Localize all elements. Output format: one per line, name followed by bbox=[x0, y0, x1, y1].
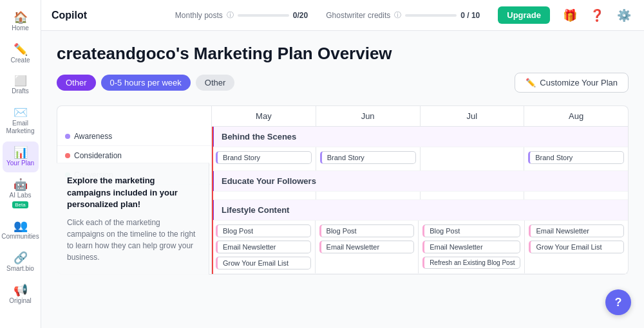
sidebar-item-communities[interactable]: 👥 Communities bbox=[3, 215, 39, 246]
page-content: createandgoco's Marketing Plan Overview … bbox=[41, 31, 644, 328]
sidebar-item-your-plan[interactable]: 📊 Your Plan bbox=[3, 141, 39, 172]
month-may: May bbox=[212, 106, 316, 127]
tag-other-1[interactable]: Other bbox=[57, 75, 96, 91]
sidebar-item-label: Create bbox=[10, 57, 30, 64]
brand-story-may[interactable]: Brand Story bbox=[216, 151, 312, 164]
cell-jul-brand bbox=[421, 147, 525, 170]
sidebar-item-label: Drafts bbox=[12, 87, 29, 95]
explore-title: Explore the marketing campaigns included… bbox=[67, 175, 198, 210]
ghostwriter-label: Ghostwriter credits bbox=[326, 11, 390, 20]
section-behind-header: Behind the Scenes bbox=[212, 127, 628, 147]
legend-header bbox=[57, 106, 212, 127]
cell-jun-brand: Brand Story bbox=[316, 147, 421, 170]
email-newsletter-aug[interactable]: Email Newsletter bbox=[529, 224, 624, 237]
awareness-label: Awareness bbox=[74, 132, 112, 141]
ghostwriter-value: 0 / 10 bbox=[460, 11, 480, 20]
timeline-rows: Behind the Scenes Brand Story Brand Stor… bbox=[212, 127, 628, 274]
cell-may-lifestyle: Blog Post Email Newsletter Grow Your Ema… bbox=[212, 221, 316, 273]
email-newsletter-jun[interactable]: Email Newsletter bbox=[319, 241, 415, 253]
brand-story-jun[interactable]: Brand Story bbox=[320, 151, 416, 164]
blog-post-jun[interactable]: Blog Post bbox=[319, 224, 415, 237]
original-icon: 📢 bbox=[14, 284, 28, 296]
sidebar-item-ai-labs[interactable]: 🤖 AI Labs Beta bbox=[3, 174, 39, 214]
brand-story-aug[interactable]: Brand Story bbox=[528, 151, 624, 164]
refresh-blog-jul[interactable]: Refresh an Existing Blog Post bbox=[422, 257, 520, 269]
tag-other-2[interactable]: Other bbox=[196, 75, 235, 91]
blog-post-may[interactable]: Blog Post bbox=[216, 224, 311, 237]
page-title: createandgoco's Marketing Plan Overview bbox=[57, 44, 629, 64]
sidebar-item-home[interactable]: 🏠 Home bbox=[3, 6, 39, 37]
cell-aug-lifestyle: Email Newsletter Grow Your Email List bbox=[525, 221, 628, 273]
settings-icon-button[interactable]: ⚙️ bbox=[614, 6, 634, 25]
info-icon-ghost[interactable]: ⓘ bbox=[394, 10, 401, 20]
help-icon-button[interactable]: ❓ bbox=[587, 6, 607, 25]
section-educate-header: Educate Your Followers bbox=[212, 171, 628, 192]
sidebar-item-create[interactable]: ✏️ Create bbox=[3, 39, 39, 69]
pencil-icon: ✏️ bbox=[526, 78, 536, 87]
tag-hours[interactable]: 0-5 hours per week bbox=[101, 75, 191, 91]
posts-bar bbox=[238, 14, 289, 17]
grow-email-aug[interactable]: Grow Your Email List bbox=[529, 241, 624, 253]
email-newsletter-jul[interactable]: Email Newsletter bbox=[422, 241, 520, 253]
help-icon: ? bbox=[615, 296, 622, 309]
ai-icon: 🤖 bbox=[14, 179, 28, 190]
link-icon: 🔗 bbox=[14, 252, 28, 264]
cell-jun-lifestyle: Blog Post Email Newsletter bbox=[316, 221, 419, 273]
section-behind-title: Behind the Scenes bbox=[212, 127, 628, 147]
sidebar-item-drafts[interactable]: ⬜ Drafts bbox=[3, 71, 39, 100]
educate-row bbox=[212, 192, 628, 200]
info-icon-posts[interactable]: ⓘ bbox=[227, 10, 234, 20]
monthly-posts-label: Monthly posts bbox=[175, 11, 223, 20]
sidebar-item-email-marketing[interactable]: ✉️ Email Marketing bbox=[3, 102, 39, 140]
sidebar-item-label: Communities bbox=[1, 233, 39, 241]
sidebar-item-smart-bio[interactable]: 🔗 Smart.bio bbox=[3, 247, 39, 278]
explore-desc: Click each of the marketing campaigns on… bbox=[67, 217, 198, 263]
sidebar-item-label: AI Labs bbox=[10, 192, 32, 199]
month-jun: Jun bbox=[316, 106, 421, 127]
sidebar-item-label: Your Plan bbox=[6, 159, 34, 167]
brand-name: Copilot bbox=[52, 10, 87, 21]
email-icon: ✉️ bbox=[14, 107, 28, 118]
sidebar: 🏠 Home ✏️ Create ⬜ Drafts ✉️ Email Marke… bbox=[0, 0, 41, 328]
sidebar-item-label: Home bbox=[12, 24, 29, 32]
grow-email-may[interactable]: Grow Your Email List bbox=[216, 257, 311, 269]
consideration-label: Consideration bbox=[74, 151, 122, 160]
section-lifestyle-header: Lifestyle Content bbox=[212, 200, 628, 221]
customize-label: Customize Your Plan bbox=[540, 78, 618, 87]
sidebar-item-label: Smart.bio bbox=[6, 265, 34, 273]
topnav: Copilot Monthly posts ⓘ 0/20 Ghostwriter… bbox=[41, 0, 644, 31]
plan-icon: 📊 bbox=[14, 147, 28, 158]
monthly-posts-value: 0/20 bbox=[293, 11, 308, 20]
beta-badge: Beta bbox=[12, 201, 28, 208]
section-lifestyle-title: Lifestyle Content bbox=[212, 200, 628, 220]
email-newsletter-may[interactable]: Email Newsletter bbox=[216, 241, 311, 253]
sidebar-item-original[interactable]: 📢 Original bbox=[3, 279, 39, 310]
ghost-bar bbox=[405, 14, 457, 17]
cell-aug-brand: Brand Story bbox=[524, 147, 628, 170]
filter-bar: Other 0-5 hours per week Other ✏️ Custom… bbox=[57, 73, 629, 93]
consideration-dot bbox=[65, 153, 70, 158]
section-educate-title: Educate Your Followers bbox=[212, 171, 628, 191]
monthly-posts-stat: Monthly posts ⓘ 0/20 bbox=[175, 10, 308, 20]
gift-icon-button[interactable]: 🎁 bbox=[560, 6, 580, 25]
cell-may-brand: Brand Story bbox=[212, 147, 316, 170]
awareness-dot bbox=[65, 134, 70, 139]
communities-icon: 👥 bbox=[14, 220, 28, 232]
months-header: May Jun Jul Aug bbox=[212, 106, 628, 127]
cell-jul-lifestyle: Blog Post Email Newsletter Refresh an Ex… bbox=[419, 221, 525, 273]
blog-post-jul[interactable]: Blog Post bbox=[422, 224, 520, 237]
brand-story-row: Brand Story Brand Story Brand Story bbox=[212, 147, 628, 171]
lifestyle-row: Blog Post Email Newsletter Grow Your Ema… bbox=[212, 221, 628, 274]
customize-plan-button[interactable]: ✏️ Customize Your Plan bbox=[515, 73, 629, 93]
month-aug: Aug bbox=[524, 106, 628, 127]
create-icon: ✏️ bbox=[14, 44, 28, 55]
explore-panel: Explore the marketing campaigns included… bbox=[57, 163, 209, 275]
month-jul: Jul bbox=[421, 106, 525, 127]
ghostwriter-stat: Ghostwriter credits ⓘ 0 / 10 bbox=[326, 10, 480, 20]
upgrade-button[interactable]: Upgrade bbox=[498, 6, 550, 24]
sidebar-item-label: Email Marketing bbox=[6, 120, 35, 135]
sidebar-item-label: Original bbox=[9, 297, 31, 305]
timeline-header: May Jun Jul Aug bbox=[57, 105, 629, 127]
help-bubble[interactable]: ? bbox=[605, 289, 631, 315]
drafts-icon: ⬜ bbox=[14, 76, 27, 86]
